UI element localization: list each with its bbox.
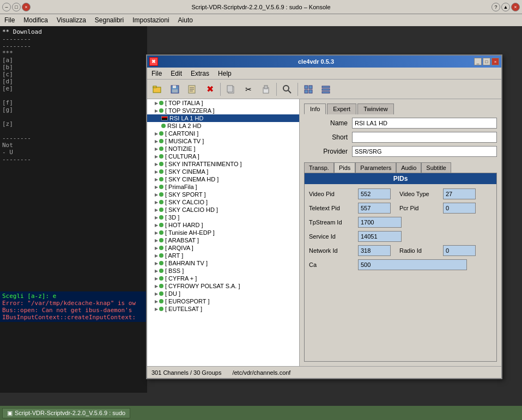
terminal-line: -------- [2, 135, 145, 142]
short-input[interactable] [352, 132, 497, 143]
group-dot [159, 307, 163, 311]
provider-input[interactable] [352, 146, 497, 157]
channel-item[interactable]: ▶[ HOT HARD ] [147, 221, 299, 229]
menu-aiuto[interactable]: Aiuto [178, 16, 193, 24]
teletext-pid-input[interactable] [358, 203, 391, 214]
dialog-icon[interactable]: ✖ [149, 57, 158, 66]
dialog-menu-extras[interactable]: Extras [191, 70, 209, 77]
tab-expert[interactable]: Expert [327, 104, 356, 114]
paste-button[interactable] [258, 82, 274, 97]
channel-label: [ CYFRA + ] [165, 275, 197, 282]
video-type-label: Video Type [399, 191, 443, 197]
search-button[interactable] [279, 82, 295, 97]
channel-item[interactable]: ▶[ CULTURA ] [147, 153, 299, 160]
terminal-line: [f] [2, 99, 145, 106]
svg-rect-4 [172, 89, 178, 93]
tab-pids[interactable]: Pids [334, 162, 355, 173]
teletext-pid-row: Teletext Pid Pcr Pid [309, 203, 492, 214]
channel-item[interactable]: ▶[ Tunisie AH-EDP ] [147, 229, 299, 236]
channel-item[interactable]: RSI LA 2 HD [147, 122, 299, 130]
service-id-input[interactable] [358, 231, 402, 242]
terminal-error-2: Error: "/var/tmp/kdecache-knap" is ow [2, 300, 145, 307]
channel-item[interactable]: ▶[ DU ] [147, 290, 299, 297]
radio-id-input[interactable] [443, 245, 476, 256]
channel-item[interactable]: ▶[ BAHRAIN TV ] [147, 259, 299, 267]
tab-transp[interactable]: Transp. [304, 162, 334, 173]
video-pid-row: Video Pid Video Type [309, 188, 492, 199]
channel-item[interactable]: ▶[ SKY SPORT ] [147, 191, 299, 198]
channel-item[interactable]: ▶[ SKY CINEMA HD ] [147, 175, 299, 183]
view2-button[interactable] [318, 82, 334, 97]
ca-input[interactable] [358, 259, 467, 270]
channel-item[interactable]: ▶[ ARABSAT ] [147, 236, 299, 244]
shade-button[interactable]: ▲ [501, 3, 510, 11]
channel-label: [ ARABSAT ] [165, 237, 199, 244]
cut-button[interactable]: ✂ [240, 82, 257, 97]
dialog-minimize[interactable]: _ [474, 58, 482, 65]
video-type-input[interactable] [443, 188, 476, 199]
dialog-close[interactable]: × [491, 58, 499, 65]
pcr-pid-input[interactable] [443, 203, 476, 214]
taskbar-terminal[interactable]: ▣ Script-VDR-Scriptvdr-2.2.0_V.5.6.9 : s… [2, 408, 130, 418]
copy-button[interactable] [223, 82, 239, 97]
delete-button[interactable]: ✖ [202, 82, 218, 97]
channel-item[interactable]: ▶[ BSS ] [147, 267, 299, 275]
menu-modifica[interactable]: Modifica [23, 16, 48, 24]
menu-file[interactable]: File [4, 16, 15, 24]
svg-rect-21 [322, 92, 330, 93]
channel-item[interactable]: RSI LA 1 HD [147, 114, 299, 122]
channel-label: [ SKY INTRATTENIMENTO ] [165, 161, 242, 167]
close-button[interactable]: × [22, 3, 31, 11]
edit-button[interactable] [184, 82, 201, 97]
channel-flag [161, 116, 168, 120]
group-arrow: ▶ [155, 230, 158, 235]
channel-item[interactable]: ▶[ PrimaFila ] [147, 183, 299, 191]
tab-parameters[interactable]: Parameters [355, 162, 396, 173]
tab-twinview[interactable]: Twinview [357, 104, 394, 114]
save-button[interactable] [167, 82, 183, 97]
name-input[interactable] [352, 118, 497, 129]
channel-item[interactable]: ▶[ EUROSPORT ] [147, 297, 299, 305]
group-arrow: ▶ [155, 299, 158, 304]
tab-info[interactable]: Info [304, 104, 326, 114]
terminal-line: *** [2, 50, 145, 57]
tab-subtitle[interactable]: Subtitle [421, 162, 451, 173]
dialog-menu-file[interactable]: File [151, 70, 162, 77]
close-btn2[interactable]: × [511, 3, 520, 11]
channel-item[interactable]: ▶[ SKY CALCIO HD ] [147, 206, 299, 214]
video-pid-input[interactable] [358, 188, 391, 199]
channel-item[interactable]: ▶[ SKY INTRATTENIMENTO ] [147, 160, 299, 168]
tpstream-input[interactable] [358, 217, 402, 228]
menu-segnalibri[interactable]: Segnalibri [95, 16, 124, 24]
channel-item[interactable]: ▶[ TOP ITALIA ] [147, 99, 299, 107]
channel-item[interactable]: ▶[ SKY CALCIO ] [147, 198, 299, 206]
channel-list[interactable]: ▶[ TOP ITALIA ]▶[ TOP SVIZZERA ]RSI LA 1… [147, 99, 299, 366]
channel-item[interactable]: ▶[ ART ] [147, 252, 299, 259]
channel-item[interactable]: ▶[ 3D ] [147, 214, 299, 221]
maximize-button[interactable]: □ [12, 3, 21, 11]
group-arrow: ▶ [155, 108, 158, 113]
minimize-button[interactable]: – [2, 3, 11, 11]
channel-item[interactable]: ▶[ MUSICA TV ] [147, 137, 299, 145]
dialog-maximize[interactable]: □ [483, 58, 490, 65]
view1-button[interactable] [300, 82, 317, 97]
channel-item[interactable]: ▶[ CYFROWY POLSAT S.A. ] [147, 282, 299, 290]
tab-audio[interactable]: Audio [396, 162, 421, 173]
channel-item[interactable]: ▶[ EUTELSAT ] [147, 305, 299, 313]
channel-item[interactable]: ▶[ CARTONI ] [147, 130, 299, 137]
menu-impostazioni[interactable]: Impostazioni [132, 16, 169, 24]
group-dot [159, 101, 163, 105]
channel-item[interactable]: ▶[ SKY CINEMA ] [147, 168, 299, 175]
short-label: Short [304, 133, 348, 141]
channel-item[interactable]: ▶[ ARQIVA ] [147, 244, 299, 252]
channel-item[interactable]: ▶[ TOP SVIZZERA ] [147, 107, 299, 114]
channel-item[interactable]: ▶[ CYFRA + ] [147, 275, 299, 282]
network-id-input[interactable] [358, 245, 391, 256]
channel-item[interactable]: ▶[ NOTIZIE ] [147, 145, 299, 153]
dialog-menu-edit[interactable]: Edit [171, 70, 182, 77]
help-button[interactable]: ? [491, 3, 500, 11]
dialog-menu-help[interactable]: Help [218, 70, 232, 77]
menu-visualizza[interactable]: Visualizza [57, 16, 86, 24]
open-button[interactable] [149, 82, 166, 97]
name-label: Name [304, 119, 348, 127]
